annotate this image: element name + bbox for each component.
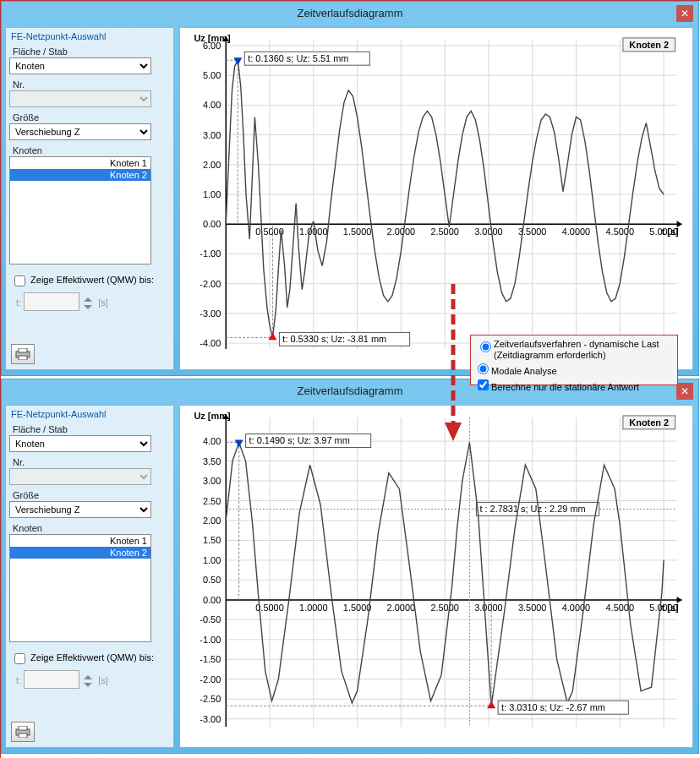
svg-text:4.0000: 4.0000 [562,226,590,237]
spinner-icon[interactable] [82,296,96,311]
svg-text:-2.00: -2.00 [200,674,221,684]
svg-text:2.00: 2.00 [203,160,221,170]
svg-text:5.00: 5.00 [203,70,221,80]
label-eff-unit: [s] [98,675,108,685]
list-item[interactable]: Knoten 1 [10,157,150,169]
svg-text:4.00: 4.00 [203,436,221,446]
close-icon[interactable]: ✕ [676,5,693,22]
svg-text:t: 0.1490 s; Uz: 3.97 mm: t: 0.1490 s; Uz: 3.97 mm [249,435,350,445]
svg-text:0.5000: 0.5000 [255,226,283,237]
svg-text:1.5000: 1.5000 [343,226,371,237]
svg-text:-2.00: -2.00 [200,279,221,289]
label-surface: Fläche / Stab [13,424,170,434]
svg-text:Uz [mm]: Uz [mm] [194,33,230,43]
input-eff-time [24,292,79,311]
svg-text:4.0000: 4.0000 [562,603,590,613]
svg-text:3.00: 3.00 [203,130,221,140]
sidebar-panel: FE-Netzpunkt-Auswahl Fläche / Stab Knote… [5,27,174,370]
svg-text:1.0000: 1.0000 [299,603,327,613]
svg-text:2.5000: 2.5000 [430,603,458,613]
svg-text:-0.50: -0.50 [200,614,221,624]
svg-text:0.00: 0.00 [203,595,221,605]
svg-text:3.0000: 3.0000 [474,603,502,613]
chart: 0.50001.00001.50002.00002.50003.00003.50… [180,28,692,369]
svg-text:2.00: 2.00 [203,515,221,526]
printer-icon [15,726,30,738]
svg-text:0.00: 0.00 [203,219,221,229]
svg-text:-1.00: -1.00 [200,635,221,645]
label-nr: Nr. [13,79,170,90]
svg-text:t: 0.5330 s; Uz: -3.81 mm: t: 0.5330 s; Uz: -3.81 mm [282,334,386,344]
radio-modal[interactable] [478,363,489,374]
label-nr: Nr. [13,457,170,467]
label-quantity: Größe [13,112,170,123]
svg-text:t [s]: t [s] [662,226,679,237]
svg-text:1.0000: 1.0000 [299,226,327,237]
svg-text:3.50: 3.50 [203,456,221,466]
svg-text:2.0000: 2.0000 [387,603,415,613]
print-button[interactable] [11,344,35,364]
plot-area-1[interactable]: 0.50001.00001.50002.00002.50003.00003.50… [179,27,693,370]
listbox-nodes[interactable]: Knoten 1 Knoten 2 [9,156,151,264]
checkbox-steady-only[interactable] [478,379,489,390]
label-surface: Fläche / Stab [13,46,170,57]
print-button[interactable] [11,722,35,742]
svg-text:1.50: 1.50 [203,535,221,545]
svg-rect-2 [19,356,27,360]
svg-text:-3.00: -3.00 [200,714,221,724]
svg-text:3.5000: 3.5000 [518,603,546,613]
svg-text:-1.50: -1.50 [200,654,221,664]
svg-text:1.00: 1.00 [203,555,221,565]
select-nr [9,90,151,107]
label-eff-t: t: [16,297,21,308]
svg-text:1.00: 1.00 [203,189,221,199]
select-quantity[interactable]: Verschiebung Z [9,501,151,518]
checkbox-show-rms[interactable] [14,275,25,286]
label-eff-t: t: [16,675,21,685]
svg-text:t : 2.7831 s; Uz : 2.29 mm: t : 2.7831 s; Uz : 2.29 mm [479,504,585,514]
select-surface[interactable]: Knoten [9,435,151,452]
list-item[interactable]: Knoten 1 [10,535,150,547]
svg-text:t: 0.1360 s; Uz: 5.51 mm: t: 0.1360 s; Uz: 5.51 mm [248,53,348,63]
svg-text:4.00: 4.00 [203,100,221,110]
svg-text:t: 3.0310 s; Uz: -2.67 mm: t: 3.0310 s; Uz: -2.67 mm [501,702,605,712]
label-nodes: Knoten [13,145,170,155]
plot-area-2[interactable]: 0.50001.00001.50002.00002.50003.00003.50… [179,405,693,748]
spinner-icon[interactable] [82,673,96,689]
radio-time-history[interactable] [480,341,491,352]
svg-text:-2.50: -2.50 [200,694,221,704]
select-nr [9,468,151,485]
chart: 0.50001.00001.50002.00002.50003.00003.50… [180,406,692,747]
svg-text:Uz [mm]: Uz [mm] [194,411,230,421]
svg-text:1.5000: 1.5000 [343,603,371,613]
label-show-rms: Zeige Effektivwert (QMW) bis: [30,652,154,663]
window-title: Zeitverlaufsdiagramm [2,2,698,25]
label-show-rms: Zeige Effektivwert (QMW) bis: [30,275,154,285]
svg-text:2.50: 2.50 [203,496,221,506]
svg-text:3.00: 3.00 [203,476,221,486]
svg-text:Knoten 2: Knoten 2 [629,417,669,428]
options-panel: Zeitverlaufsverfahren - dynamische Last … [470,335,678,385]
svg-text:-1.00: -1.00 [200,248,221,259]
svg-text:2.5000: 2.5000 [430,226,458,237]
label-modal: Modale Analyse [491,366,557,376]
svg-text:-4.00: -4.00 [200,338,221,348]
checkbox-show-rms[interactable] [14,653,25,664]
select-surface[interactable]: Knoten [9,57,151,74]
group-title: FE-Netzpunkt-Auswahl [11,31,170,41]
label-quantity: Größe [13,490,170,500]
svg-rect-1 [19,348,27,352]
list-item[interactable]: Knoten 2 [10,169,150,181]
list-item[interactable]: Knoten 2 [10,547,150,559]
svg-text:-3.00: -3.00 [200,308,221,319]
input-eff-time [24,670,79,689]
window-time-history-1: Zeitverlaufsdiagramm ✕ FE-Netzpunkt-Ausw… [1,1,699,376]
svg-rect-60 [19,726,27,730]
select-quantity[interactable]: Verschiebung Z [9,123,151,140]
svg-text:2.0000: 2.0000 [387,226,415,237]
close-icon[interactable]: ✕ [676,383,693,400]
svg-rect-61 [19,733,27,738]
svg-text:4.5000: 4.5000 [606,603,634,613]
svg-text:4.5000: 4.5000 [606,226,634,237]
listbox-nodes[interactable]: Knoten 1 Knoten 2 [9,534,151,642]
